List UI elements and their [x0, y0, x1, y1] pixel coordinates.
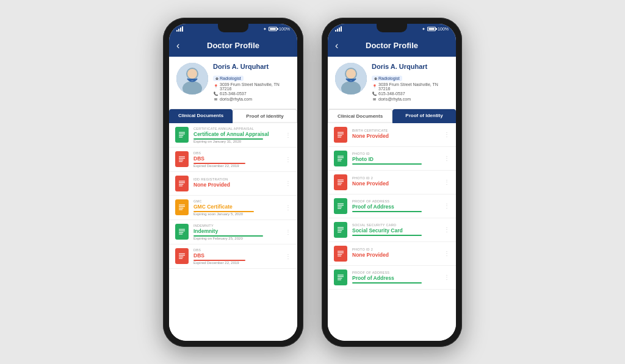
nav-header-right: ‹ Doctor Profile	[328, 35, 456, 57]
svg-rect-72	[338, 276, 344, 277]
doc-list-right: BIRTH CERTIFICATE None Provided ⋮ PHOTO …	[328, 123, 456, 341]
doc-icon	[334, 269, 347, 285]
more-menu-icon[interactable]: ⋮	[285, 180, 291, 187]
more-menu-icon[interactable]: ⋮	[444, 131, 450, 138]
doc-content: PHOTO ID 2 None Provided	[352, 248, 439, 259]
svg-rect-60	[336, 224, 345, 235]
status-line	[352, 211, 422, 212]
doc-category: SOCIAL SECURITY CARD	[352, 223, 439, 227]
back-button-right[interactable]: ‹	[335, 41, 338, 51]
svg-rect-56	[338, 203, 344, 204]
more-menu-icon[interactable]: ⋮	[444, 250, 450, 257]
more-menu-icon[interactable]: ⋮	[444, 202, 450, 209]
doc-title: None Provided	[193, 182, 280, 188]
tab-bar-left: Clinical Documents Proof of Identity	[169, 109, 297, 123]
doc-category: DBS	[193, 151, 280, 155]
svg-rect-61	[338, 227, 344, 227]
page-wrapper: ✦ 100% ‹ Doctor Profile	[0, 0, 625, 364]
email-row-left: ✉ doris@rhyta.com	[213, 97, 290, 102]
nav-title-left: Doctor Profile	[207, 41, 259, 50]
doc-title: Proof of Address	[352, 204, 439, 210]
svg-rect-48	[338, 159, 342, 159]
list-item: SOCIAL SECURITY CARD Social Security Car…	[328, 218, 456, 242]
svg-rect-4	[189, 79, 196, 80]
back-button-left[interactable]: ‹	[176, 41, 179, 51]
doc-content: PROOF OF ADDRESS Proof of Address	[352, 271, 439, 284]
svg-rect-70	[336, 272, 345, 282]
tab-clinical-right[interactable]: Clinical Documents	[328, 109, 392, 123]
phone-text-left: 615-348-0537	[220, 91, 247, 96]
battery-right	[427, 27, 436, 31]
list-item: CERTIFICATE ANNUAL APPRAISAL Certificate…	[169, 123, 297, 148]
list-item: GMC GMC Certificate Expiring soon Januar…	[169, 196, 297, 220]
doctor-info-left: Doris A. Urquhart ⊕ Radiologist 📍 3039 F…	[169, 57, 297, 109]
status-line	[352, 282, 422, 284]
more-menu-icon[interactable]: ⋮	[285, 229, 291, 235]
svg-rect-53	[338, 182, 342, 183]
svg-rect-40	[336, 129, 345, 140]
doc-category: PROOF OF ADDRESS	[352, 271, 439, 274]
svg-rect-73	[338, 277, 342, 278]
doc-category: PROOF OF ADDRESS	[352, 199, 439, 203]
svg-rect-22	[179, 206, 185, 207]
phone-left: ✦ 100% ‹ Doctor Profile	[163, 18, 303, 347]
svg-rect-21	[179, 205, 185, 205]
svg-rect-25	[178, 227, 186, 237]
doc-icon	[175, 248, 189, 264]
tab-clinical-left[interactable]: Clinical Documents	[169, 109, 233, 123]
svg-rect-47	[338, 157, 344, 158]
svg-rect-6	[179, 132, 185, 133]
doc-title: None Provided	[352, 180, 439, 187]
list-item: DBS DBS Expired December 22, 2019 ⋮	[169, 244, 297, 269]
status-line	[352, 163, 422, 165]
svg-rect-19	[179, 185, 182, 186]
svg-rect-16	[179, 180, 185, 181]
more-menu-icon[interactable]: ⋮	[285, 204, 291, 211]
doc-content: PROOF OF ADDRESS Proof of Address	[352, 199, 439, 212]
more-menu-icon[interactable]: ⋮	[285, 156, 291, 163]
phone-row-right: 📞 615-348-0537	[372, 91, 449, 96]
svg-rect-44	[338, 137, 341, 137]
status-right-left: ✦ 100%	[263, 27, 290, 32]
doc-expiry: Expired December 22, 2019	[193, 164, 280, 168]
doc-category: PHOTO ID 2	[352, 176, 439, 180]
more-menu-icon[interactable]: ⋮	[444, 155, 450, 162]
doc-icon	[175, 199, 189, 215]
tab-identity-left[interactable]: Proof of Identity	[233, 109, 297, 123]
doc-content: DBS DBS Expired December 22, 2019	[193, 151, 280, 168]
list-item: PHOTO ID 2 None Provided ⋮	[328, 242, 456, 266]
more-menu-icon[interactable]: ⋮	[444, 274, 450, 280]
svg-rect-9	[179, 137, 182, 137]
doc-title: Certificate of Annual Appraisal	[193, 131, 280, 137]
more-menu-icon[interactable]: ⋮	[285, 132, 291, 138]
doc-icon	[175, 176, 189, 191]
phone-right: ✦ 100% ‹ Doctor Profile	[322, 18, 462, 347]
email-icon-right: ✉	[372, 97, 377, 102]
screen-left: ✦ 100% ‹ Doctor Profile	[169, 24, 297, 341]
svg-rect-52	[338, 181, 344, 182]
more-menu-icon[interactable]: ⋮	[444, 179, 450, 185]
doc-icon	[334, 174, 347, 190]
svg-rect-58	[338, 206, 342, 207]
svg-rect-26	[179, 229, 185, 230]
doc-content: PHOTO ID Photo ID	[352, 152, 439, 165]
more-menu-icon[interactable]: ⋮	[285, 253, 291, 260]
svg-rect-46	[338, 155, 344, 156]
doc-title: Social Security Card	[352, 227, 439, 234]
doc-content: BIRTH CERTIFICATE None Provided	[352, 129, 439, 140]
signal-left	[176, 27, 183, 32]
svg-rect-11	[179, 157, 185, 157]
svg-rect-66	[338, 251, 344, 251]
svg-rect-49	[338, 160, 341, 161]
status-right-right: ✦ 100%	[422, 27, 449, 32]
doc-expiry: Expiring on February 25, 2020	[193, 237, 280, 240]
tab-identity-right[interactable]: Proof of Identity	[392, 109, 456, 123]
svg-rect-7	[179, 134, 185, 134]
svg-rect-24	[179, 209, 182, 210]
more-menu-icon[interactable]: ⋮	[444, 226, 450, 233]
svg-rect-33	[179, 257, 184, 257]
phone-icon-left: 📞	[213, 91, 218, 96]
svg-rect-63	[338, 230, 342, 230]
svg-rect-74	[338, 279, 341, 280]
doc-title: None Provided	[352, 252, 439, 258]
